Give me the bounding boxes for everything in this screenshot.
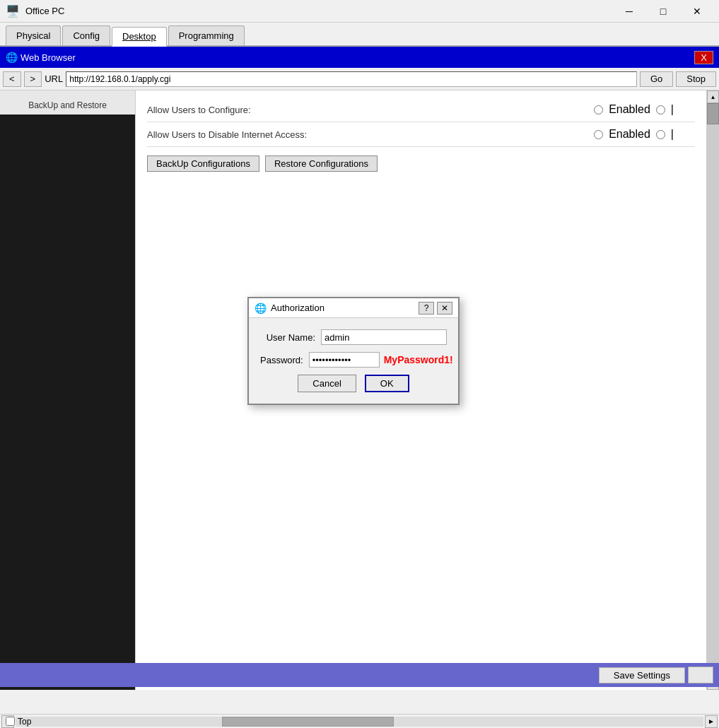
web-browser-title: 🌐 Web Browser [6, 52, 76, 63]
vertical-scrollbar[interactable]: ▲ ▼ [706, 90, 719, 690]
minimize-button[interactable]: ─ [613, 3, 645, 20]
horizontal-scrollbar[interactable]: ◄ ► Top [0, 714, 719, 728]
enabled-label-2b: | [671, 128, 674, 141]
cancel-button[interactable]: Cancel [298, 375, 356, 392]
dialog-body: User Name: Password: MyPassword1! Cancel… [249, 318, 458, 404]
dialog-help-button[interactable]: ? [419, 302, 434, 315]
dialog-buttons: Cancel OK [260, 375, 447, 392]
dialog-close-button[interactable]: ✕ [437, 302, 452, 315]
tab-programming-label: Programming [179, 30, 234, 41]
username-label: User Name: [260, 332, 321, 343]
tab-bar: Physical Config Desktop Programming [0, 23, 719, 47]
dialog-title-label: Authorization [271, 303, 325, 313]
back-button[interactable]: < [3, 71, 21, 87]
go-button[interactable]: Go [640, 71, 673, 87]
enabled-radio-2[interactable] [594, 130, 603, 139]
top-checkbox-section: Top [6, 717, 31, 727]
backup-configurations-button[interactable]: BackUp Configurations [147, 155, 259, 172]
scroll-thumb-h[interactable] [222, 717, 394, 727]
window-title: Office PC [25, 6, 64, 16]
title-bar-left: 🖥️ Office PC [6, 4, 64, 18]
tab-physical[interactable]: Physical [6, 25, 61, 45]
top-checkbox[interactable] [6, 717, 15, 726]
backup-restore-section: BackUp Configurations Restore Configurat… [147, 155, 695, 172]
tab-desktop-label: Desktop [122, 31, 156, 42]
maximize-button[interactable]: □ [647, 3, 679, 20]
scroll-right-arrow[interactable]: ► [705, 715, 718, 728]
enabled-radio-2b[interactable] [656, 130, 665, 139]
tab-physical-label: Physical [16, 30, 50, 41]
password-label: Password: [260, 355, 309, 365]
sidebar: BackUp and Restore [0, 90, 136, 690]
scroll-body [707, 103, 719, 677]
close-button[interactable]: ✕ [681, 3, 713, 20]
url-label: URL [45, 74, 63, 84]
tab-programming[interactable]: Programming [168, 25, 245, 45]
forward-button[interactable]: > [24, 71, 42, 87]
password-hint: MyPassword1! [384, 354, 453, 365]
web-browser-bar: 🌐 Web Browser X [0, 47, 719, 68]
enabled-radio-1[interactable] [594, 105, 603, 115]
username-input[interactable] [321, 329, 447, 345]
enabled-label-1b: | [671, 103, 674, 116]
tab-desktop[interactable]: Desktop [112, 27, 167, 47]
scroll-thumb[interactable] [707, 103, 719, 124]
stop-button[interactable]: Stop [676, 71, 716, 87]
sidebar-dark-area [0, 115, 135, 690]
web-browser-label: Web Browser [21, 52, 76, 63]
dialog-icon: 🌐 [255, 303, 267, 314]
allow-configure-label: Allow Users to Configure: [147, 105, 251, 115]
tab-config-label: Config [73, 30, 100, 41]
sidebar-item-backup[interactable]: BackUp and Restore [0, 96, 135, 115]
extra-button[interactable] [688, 667, 713, 683]
ok-button[interactable]: OK [365, 375, 409, 392]
allow-disable-label: Allow Users to Disable Internet Access: [147, 129, 307, 140]
restore-configurations-button[interactable]: Restore Configurations [265, 155, 378, 172]
web-browser-close-button[interactable]: X [694, 51, 713, 64]
authorization-dialog: 🌐 Authorization ? ✕ User Name: Password: [247, 297, 460, 405]
password-input[interactable] [309, 352, 380, 368]
enabled-label-1: Enabled [609, 103, 650, 116]
url-input[interactable] [66, 71, 637, 87]
title-bar-controls: ─ □ ✕ [613, 3, 713, 20]
enabled-radio-1b[interactable] [656, 105, 665, 115]
title-bar: 🖥️ Office PC ─ □ ✕ [0, 0, 719, 23]
save-settings-button[interactable]: Save Settings [599, 667, 685, 683]
dialog-title-bar: 🌐 Authorization ? ✕ [249, 298, 458, 318]
bottom-bar: Save Settings [0, 663, 719, 687]
username-field: User Name: [260, 329, 447, 345]
password-row: MyPassword1! [309, 352, 453, 368]
dialog-title-left: 🌐 Authorization [255, 303, 325, 314]
top-label: Top [18, 717, 31, 727]
scroll-up-arrow[interactable]: ▲ [707, 90, 719, 103]
dialog-controls: ? ✕ [419, 302, 452, 315]
tab-config[interactable]: Config [62, 25, 110, 45]
app-icon: 🖥️ [6, 4, 20, 18]
sidebar-item-label: BackUp and Restore [28, 100, 107, 110]
scroll-track [16, 717, 703, 727]
web-browser-icon: 🌐 [6, 52, 18, 63]
url-bar: < > URL Go Stop [0, 68, 719, 90]
password-field: Password: MyPassword1! [260, 352, 447, 368]
enabled-label-2: Enabled [609, 128, 650, 141]
